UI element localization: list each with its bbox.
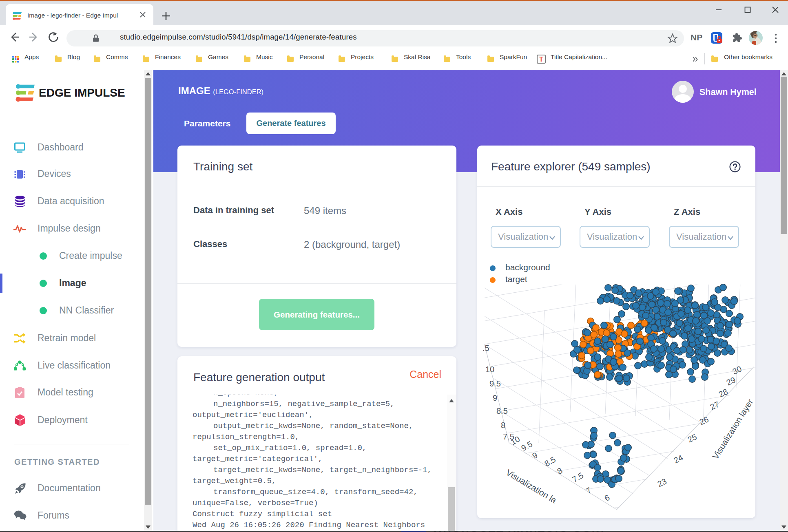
- svg-text:27: 27: [708, 400, 720, 411]
- svg-text:8.5: 8.5: [496, 406, 508, 415]
- svg-text:25: 25: [686, 432, 698, 444]
- svg-text:24: 24: [672, 453, 684, 465]
- svg-text:26: 26: [698, 415, 710, 426]
- svg-text:6: 6: [603, 493, 611, 503]
- svg-text:9: 9: [531, 450, 539, 461]
- svg-text:30: 30: [731, 364, 743, 376]
- svg-text:23: 23: [656, 477, 668, 488]
- svg-text:10: 10: [485, 365, 494, 374]
- svg-text:Visualization la: Visualization la: [505, 468, 558, 505]
- svg-text:9.5: 9.5: [489, 379, 501, 388]
- svg-text:.5: .5: [483, 344, 489, 353]
- svg-text:8: 8: [501, 421, 505, 430]
- svg-text:9: 9: [493, 393, 497, 402]
- svg-text:29: 29: [725, 375, 737, 387]
- svg-text:8.5: 8.5: [543, 455, 557, 468]
- svg-text:8: 8: [556, 466, 564, 476]
